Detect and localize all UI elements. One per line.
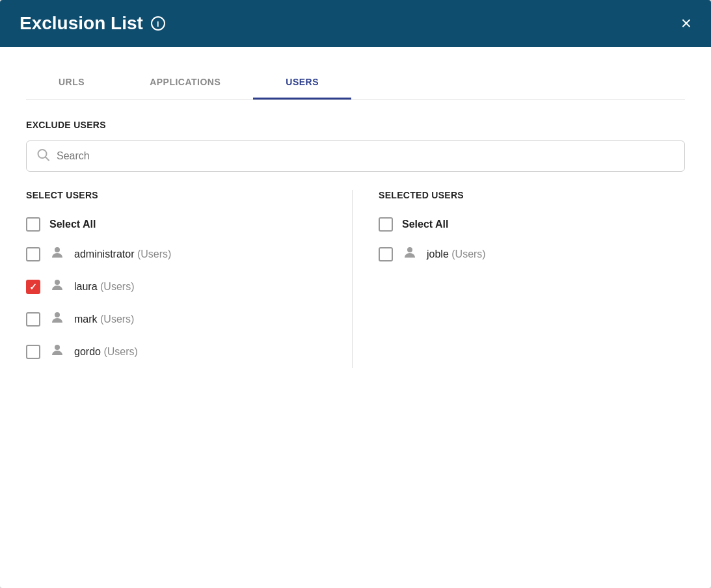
search-input[interactable] bbox=[26, 140, 685, 172]
user-name-laura: laura (Users) bbox=[74, 281, 134, 293]
columns: SELECT USERS Select All bbox=[26, 190, 685, 368]
checkbox-laura[interactable] bbox=[26, 280, 40, 294]
select-all-left-label: Select All bbox=[49, 219, 96, 230]
tabs-container: URLS APPLICATIONS USERS bbox=[26, 66, 685, 100]
close-button[interactable]: × bbox=[681, 14, 691, 33]
svg-point-3 bbox=[55, 280, 60, 285]
svg-line-1 bbox=[46, 157, 49, 161]
list-item: Select All bbox=[379, 211, 685, 238]
svg-point-4 bbox=[55, 312, 60, 317]
selected-users-column: SELECTED USERS Select All bbox=[353, 190, 685, 368]
checkbox-joble[interactable] bbox=[379, 247, 393, 261]
list-item: laura (Users) bbox=[26, 271, 332, 303]
modal-title: Exclusion List bbox=[20, 13, 143, 34]
checkbox-select-all-right[interactable] bbox=[379, 217, 393, 232]
user-name-joble: joble (Users) bbox=[427, 248, 486, 260]
svg-point-6 bbox=[407, 247, 412, 252]
list-item: Select All bbox=[26, 211, 332, 238]
user-icon bbox=[49, 245, 65, 264]
checkbox-gordo[interactable] bbox=[26, 345, 40, 359]
list-item: gordo (Users) bbox=[26, 336, 332, 368]
user-name-gordo: gordo (Users) bbox=[74, 346, 138, 358]
tab-applications[interactable]: APPLICATIONS bbox=[117, 66, 253, 100]
modal-header: Exclusion List i × bbox=[0, 0, 711, 47]
select-users-column: SELECT USERS Select All bbox=[26, 190, 353, 368]
list-item: mark (Users) bbox=[26, 303, 332, 336]
info-icon[interactable]: i bbox=[151, 16, 165, 31]
exclude-users-label: EXCLUDE USERS bbox=[26, 120, 685, 130]
user-icon bbox=[49, 310, 65, 329]
modal-body: URLS APPLICATIONS USERS EXCLUDE USERS SE… bbox=[0, 47, 711, 588]
search-box bbox=[26, 140, 685, 172]
search-icon bbox=[36, 148, 49, 165]
select-users-label: SELECT USERS bbox=[26, 190, 332, 200]
selected-users-label: SELECTED USERS bbox=[379, 190, 685, 200]
svg-point-5 bbox=[55, 345, 60, 350]
header-left: Exclusion List i bbox=[20, 13, 165, 34]
user-icon bbox=[402, 245, 418, 264]
user-name-mark: mark (Users) bbox=[74, 314, 134, 325]
exclusion-list-modal: Exclusion List i × URLS APPLICATIONS USE… bbox=[0, 0, 711, 588]
tab-users[interactable]: USERS bbox=[253, 66, 351, 100]
tab-urls[interactable]: URLS bbox=[26, 66, 117, 100]
checkbox-administrator[interactable] bbox=[26, 247, 40, 261]
select-all-right-label: Select All bbox=[402, 219, 448, 230]
user-icon bbox=[49, 277, 65, 297]
user-icon bbox=[49, 342, 65, 362]
checkbox-mark[interactable] bbox=[26, 312, 40, 327]
svg-point-2 bbox=[55, 247, 60, 252]
checkbox-select-all-left[interactable] bbox=[26, 217, 40, 232]
list-item: joble (Users) bbox=[379, 238, 685, 271]
user-name-administrator: administrator (Users) bbox=[74, 248, 171, 260]
list-item: administrator (Users) bbox=[26, 238, 332, 271]
